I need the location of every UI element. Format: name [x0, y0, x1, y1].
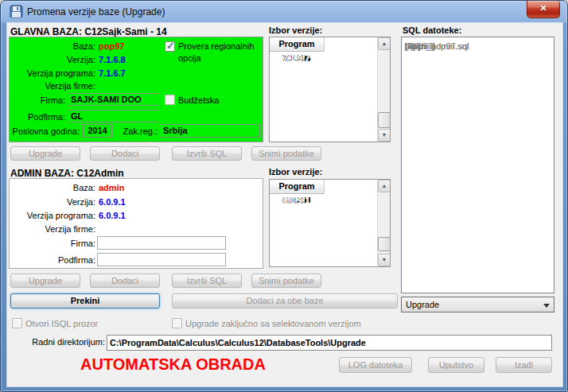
version-table-header: BazaProgram [270, 37, 377, 52]
admin-baza-header: ADMIN BAZA: C12Admin [10, 168, 124, 179]
zak-reg-label: Zak.reg.: [115, 126, 158, 136]
dialog-window: Promena verzije baze (Upgrade) GLAVNA BA… [0, 0, 568, 392]
snimi-podatke-button-glavna[interactable]: Snimi podatke [251, 146, 321, 161]
version-table-admin: BazaProgram 6.0.8.76.0.8.76.0.8.86.0.8.8… [269, 179, 391, 267]
provera-regionalnih-checkbox[interactable] [165, 41, 175, 52]
budzetska-label: Budžetska [178, 95, 219, 105]
firma-input[interactable]: SAJK-SAMI DOO [68, 93, 159, 106]
verzija-label: Verzija: [10, 55, 95, 64]
firma-label: Firma: [10, 95, 65, 105]
izvrsi-sql-button-admin[interactable]: Izvrši SQL [172, 274, 242, 288]
admin-verzija-programa-value: 6.0.9.1 [99, 211, 126, 220]
upgrade-zakljucno-label: Upgrade zaključno sa selektovanom verzij… [185, 319, 361, 328]
izvrsi-sql-button-glavna[interactable]: Izvrši SQL [172, 146, 242, 161]
version-table-glavna: BazaProgram 7.1.9.17.1.8.47.1.9.27.1.8.4… [269, 37, 391, 142]
sql-file-list: patch_admin.sqlpatch_pop97.sql[..][Admin… [401, 37, 554, 293]
scrollbar-thumb[interactable] [378, 112, 391, 128]
prekini-button[interactable]: Prekini [10, 293, 160, 309]
poslovna-godina-input[interactable]: 2014 [83, 124, 112, 138]
column-header-program[interactable]: Program [270, 180, 325, 194]
chevron-down-icon [543, 304, 550, 308]
podfirma-label: Podfirma: [10, 112, 65, 122]
window-title: Promena verzije baze (Upgrade) [27, 6, 165, 17]
admin-verzija-firme-label: Verzija firme: [10, 224, 95, 234]
close-button[interactable] [527, 1, 560, 18]
provera-regionalnih-label: Provera regionalnih opcija [178, 41, 263, 64]
baza-value: pop97 [99, 41, 124, 51]
admin-verzija-value: 6.0.9.1 [99, 197, 126, 207]
verzija-firme-label: Verzija firme: [10, 81, 95, 91]
scroll-down-icon[interactable] [378, 129, 391, 142]
baza-label: Baza: [10, 41, 95, 51]
dodaci-za-obe-baze-button[interactable]: Dodaci za obe baze [172, 293, 398, 309]
program-version-cell: 6.0.9.1 [270, 194, 325, 207]
version-table-scrollbar[interactable] [377, 180, 390, 266]
sql-datoteke-label: SQL datoteke: [403, 25, 461, 35]
verzija-value: 7.1.6.8 [99, 55, 126, 64]
snimi-podatke-button-admin[interactable]: Snimi podatke [251, 274, 321, 288]
version-table-header: BazaProgram [270, 180, 377, 194]
izbor-verzije-label-2: Izbor verzije: [269, 167, 322, 177]
scroll-down-icon[interactable] [378, 254, 391, 266]
admin-podfirma-label: Podfirma: [10, 255, 95, 265]
version-table-scrollbar[interactable] [377, 37, 390, 142]
zak-reg-input[interactable]: Srbija [160, 124, 260, 138]
glavna-baza-panel: Baza: pop97 Verzija: 7.1.6.8 Verzija pro… [9, 37, 263, 142]
uputstvo-button[interactable]: Uputstvo [428, 357, 484, 373]
glavna-baza-header: GLAVNA BAZA: C12Sajk-Sami - 14 [10, 26, 167, 37]
verzija-programa-value: 7.1.6.7 [99, 68, 126, 78]
admin-firma-input[interactable] [97, 236, 226, 250]
action-dropdown-value: Upgrade [406, 300, 439, 309]
upgrade-button-admin[interactable]: Upgrade [10, 274, 80, 288]
admin-podfirma-input[interactable] [97, 253, 226, 266]
izadji-button[interactable]: Izađi [496, 357, 552, 373]
izbor-verzije-label-1: Izbor verzije: [269, 25, 322, 35]
scroll-up-icon[interactable] [378, 180, 391, 192]
otvori-isql-checkbox[interactable] [12, 318, 22, 328]
upgrade-zakljucno-checkbox[interactable] [172, 318, 182, 328]
radni-direktorijum-input[interactable]: C:\ProgramData\Calculus\Calculus12\Datab… [107, 335, 552, 351]
otvori-isql-label: Otvori ISQL prozor [25, 319, 98, 328]
dodaci-button-glavna[interactable]: Dodaci [90, 146, 160, 161]
action-dropdown[interactable]: Upgrade [401, 297, 554, 312]
admin-verzija-label: Verzija: [10, 197, 95, 207]
upgrade-button-glavna[interactable]: Upgrade [10, 146, 80, 161]
titlebar[interactable]: Promena verzije baze (Upgrade) [1, 1, 568, 23]
podfirma-input[interactable]: GL [68, 110, 159, 122]
floppy-disk-icon [10, 5, 23, 18]
radni-direktorijum-label: Radni direktorijum: [7, 337, 105, 347]
admin-baza-value: admin [99, 183, 124, 192]
dodaci-button-admin[interactable]: Dodaci [90, 274, 160, 288]
dialog-client-area: GLAVNA BAZA: C12Sajk-Sami - 14 Baza: pop… [7, 23, 562, 386]
scroll-up-icon[interactable] [378, 37, 391, 50]
admin-baza-label: Baza: [10, 183, 95, 192]
budzetska-checkbox[interactable] [165, 95, 175, 105]
sql-file-item[interactable]: [-q-] [402, 40, 421, 52]
log-datoteka-button[interactable]: LOG datoteka [339, 357, 412, 373]
program-version-cell: 7.1.9.7 [270, 52, 325, 64]
status-text: AUTOMATSKA OBRADA [80, 355, 266, 374]
admin-baza-panel: Baza: admin Verzija: 6.0.9.1 Verzija pro… [9, 178, 263, 269]
admin-firma-label: Firma: [10, 239, 95, 248]
admin-verzija-programa-label: Verzija programa: [10, 211, 95, 220]
column-header-program[interactable]: Program [270, 37, 325, 52]
poslovna-godina-label: Poslovna godina: [10, 126, 80, 136]
verzija-programa-label: Verzija programa: [10, 68, 95, 78]
scrollbar-thumb[interactable] [378, 237, 391, 251]
